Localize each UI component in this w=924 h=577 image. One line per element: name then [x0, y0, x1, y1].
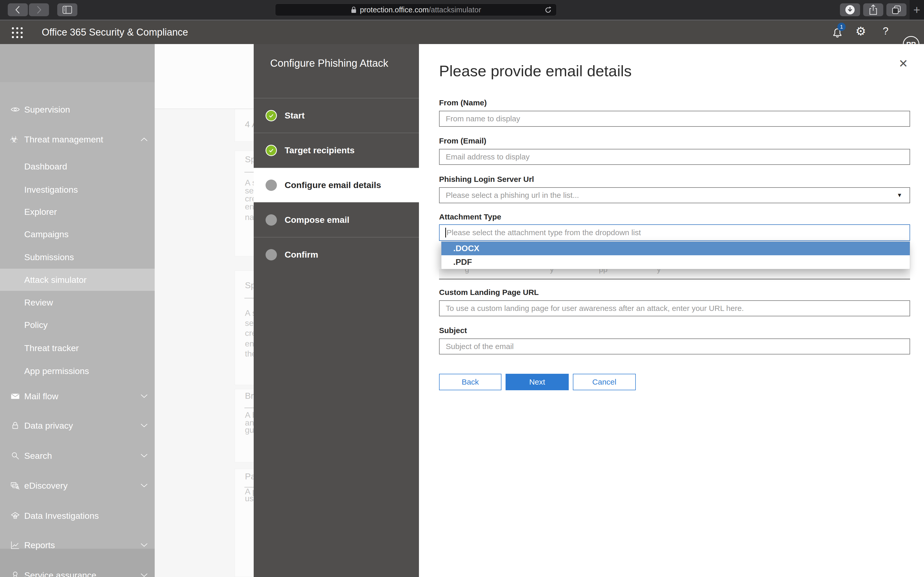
sidebar-item-review[interactable]: Review: [0, 291, 155, 313]
sidebar-item-data-privacy[interactable]: Data privacy: [0, 414, 155, 437]
plus-icon: +: [913, 3, 921, 17]
eye-icon: [10, 105, 20, 114]
sidebar-item-threat-tracker[interactable]: Threat tracker: [0, 337, 155, 359]
lock-icon: [10, 421, 20, 430]
bg-text-fragment: user: [245, 494, 254, 503]
browser-new-tab-button[interactable]: +: [909, 0, 924, 19]
sidebar-nav: Supervision ☣ Threat management Dashboar…: [0, 44, 155, 577]
bg-underline: [244, 298, 254, 298]
subject-label: Subject: [439, 326, 467, 335]
app-title: Office 365 Security & Compliance: [42, 27, 188, 38]
bg-text-fragment: ente: [245, 339, 254, 348]
sidebar-item-reports[interactable]: Reports: [0, 534, 155, 556]
chevron-left-icon: [14, 5, 22, 14]
app-launcher-waffle-icon[interactable]: [11, 26, 24, 40]
chevron-down-icon: [140, 573, 148, 577]
browser-sidebar-toggle-button[interactable]: [57, 3, 78, 16]
close-icon[interactable]: ✕: [898, 57, 908, 70]
browser-tabs-button[interactable]: [886, 3, 906, 16]
sidebar-item-service-assurance[interactable]: Service assurance: [0, 564, 155, 577]
bg-text-fragment: Spe: [245, 280, 254, 290]
lock-icon: [351, 6, 357, 14]
bg-text-fragment: Spe: [245, 154, 254, 164]
obscured-field-sliver: g y pp y: [439, 269, 910, 279]
sidebar-item-explorer[interactable]: Explorer: [0, 201, 155, 223]
sidebar-item-submissions[interactable]: Submissions: [0, 246, 155, 268]
step-pending-dot-icon: [265, 214, 277, 226]
browser-forward-button[interactable]: [29, 3, 49, 16]
attachment-type-label: Attachment Type: [439, 213, 501, 221]
wizard-step-start[interactable]: Start: [254, 98, 419, 133]
sidebar-item-policy[interactable]: Policy: [0, 314, 155, 336]
text-cursor: [445, 228, 446, 237]
url-path: /attacksimulator: [429, 6, 481, 14]
browser-back-button[interactable]: [8, 3, 28, 16]
help-icon[interactable]: ?: [883, 25, 888, 37]
chevron-down-icon: [140, 394, 148, 398]
from-email-label: From (Email): [439, 137, 486, 145]
sidebar-item-search[interactable]: Search: [0, 445, 155, 467]
sidebar-item-app-permissions[interactable]: App permissions: [0, 360, 155, 382]
download-icon: [844, 4, 856, 15]
chevron-right-icon: [35, 5, 43, 14]
bg-underline: [244, 408, 254, 408]
dimmed-toolbar: [155, 44, 254, 109]
sidebar-item-supervision[interactable]: Supervision: [0, 98, 155, 121]
chevron-down-icon: [140, 423, 148, 428]
sidebar-item-data-investigations[interactable]: Data Investigations: [0, 504, 155, 527]
dropdown-option-docx[interactable]: .DOCX: [441, 242, 910, 255]
sidebar-item-ediscovery[interactable]: eDiscovery: [0, 474, 155, 496]
chart-icon: [10, 540, 20, 550]
sidebar-item-mail-flow[interactable]: Mail flow: [0, 385, 155, 407]
attachment-type-dropdown: .DOCX .PDF: [441, 241, 910, 269]
envelope-icon: [10, 391, 20, 401]
bg-text-fragment: Pass: [245, 471, 254, 482]
browser-address-bar[interactable]: protection.office.com/attacksimulator: [275, 3, 557, 16]
wizard-title: Configure Phishing Attack: [270, 58, 388, 69]
bg-text-fragment: gues: [245, 425, 254, 435]
browser-share-button[interactable]: [863, 3, 883, 16]
wizard-step-confirm[interactable]: Confirm: [254, 237, 419, 272]
step-pending-dot-icon: [265, 249, 277, 260]
bg-text-fragment: cred: [245, 329, 254, 338]
sidebar-item-threat-management[interactable]: ☣ Threat management: [0, 128, 155, 150]
sidebar-item-investigations[interactable]: Investigations: [0, 179, 155, 201]
sidebar-item-attack-simulator[interactable]: Attack simulator: [0, 269, 155, 291]
sidebar-section-band: [0, 44, 155, 82]
notification-count-badge: 1: [837, 23, 846, 31]
reload-icon[interactable]: [544, 6, 552, 16]
settings-gear-icon[interactable]: ⚙: [855, 24, 866, 38]
browser-toolbar: protection.office.com/attacksimulator: [0, 0, 924, 19]
share-icon: [869, 4, 878, 15]
wizard-step-compose-email[interactable]: Compose email: [254, 202, 419, 237]
biohazard-icon: ☣: [10, 135, 18, 144]
browser-downloads-button[interactable]: [840, 3, 860, 16]
from-email-field[interactable]: [439, 149, 910, 165]
screen: protection.office.com/attacksimulator: [0, 0, 924, 577]
wizard-step-configure-email-details[interactable]: Configure email details: [254, 168, 419, 202]
badge-icon: [10, 570, 20, 577]
next-button[interactable]: Next: [506, 374, 569, 390]
search-icon: [10, 451, 20, 461]
data-investigations-icon: [10, 511, 20, 521]
landing-page-field[interactable]: [439, 300, 910, 316]
back-button[interactable]: Back: [439, 374, 501, 390]
subject-field[interactable]: [439, 338, 910, 355]
ediscovery-icon: [10, 481, 20, 490]
bg-text-fragment: serv: [245, 318, 254, 328]
attachment-type-field[interactable]: Please select the attachment type from t…: [439, 224, 910, 241]
sidebar-item-campaigns[interactable]: Campaigns: [0, 223, 155, 245]
from-name-field[interactable]: [439, 111, 910, 127]
bg-text-fragment: nam: [245, 213, 254, 222]
wizard-step-target-recipients[interactable]: Target recipients: [254, 133, 419, 168]
dialog-title: Please provide email details: [439, 62, 632, 80]
landing-page-label: Custom Landing Page URL: [439, 288, 539, 297]
dropdown-option-pdf[interactable]: .PDF: [441, 255, 910, 269]
cancel-button[interactable]: Cancel: [573, 374, 636, 390]
bg-text-fragment: the: [245, 349, 254, 359]
tabs-overview-icon: [892, 5, 901, 15]
chevron-down-icon: [140, 483, 148, 488]
sidebar-item-dashboard[interactable]: Dashboard: [0, 155, 155, 177]
phishing-url-select[interactable]: Please select a phishing url in the list…: [439, 187, 910, 203]
sidebar-toggle-icon: [62, 5, 73, 14]
